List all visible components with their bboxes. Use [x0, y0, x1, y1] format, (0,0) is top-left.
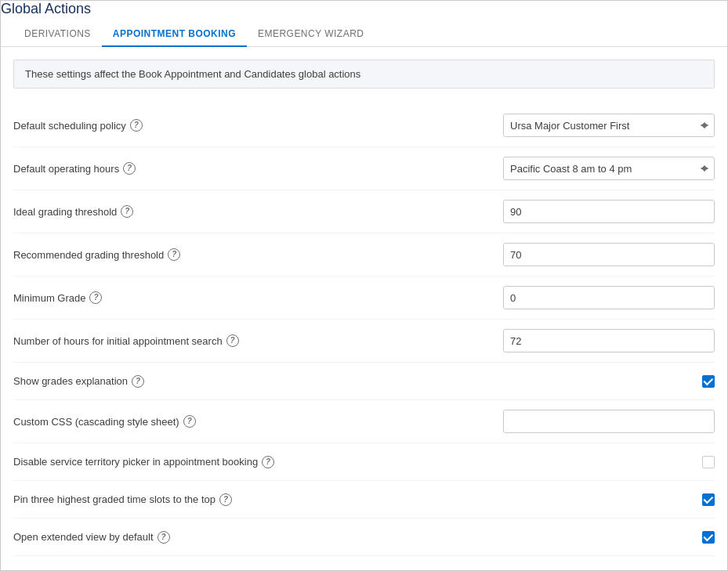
row-hours-initial-search: Number of hours for initial appointment … — [13, 320, 715, 363]
row-show-grades-explanation: Show grades explanation ? — [13, 363, 715, 400]
control-recommended-grading-threshold — [364, 243, 715, 266]
input-minimum-grade[interactable] — [503, 286, 715, 309]
label-minimum-grade: Minimum Grade ? — [13, 291, 364, 304]
checkbox-wrapper-show-grades — [702, 375, 715, 388]
row-default-operating-hours: Default operating hours ? Pacific Coast … — [13, 147, 715, 190]
help-icon-pin-time-slots[interactable]: ? — [219, 493, 232, 506]
help-icon-ideal-grading[interactable]: ? — [121, 205, 133, 218]
label-recommended-grading-threshold: Recommended grading threshold ? — [13, 248, 364, 261]
input-custom-css[interactable] — [503, 410, 715, 433]
checkbox-show-grades-explanation[interactable] — [702, 375, 715, 388]
row-minimum-grade: Minimum Grade ? — [13, 276, 715, 320]
checkbox-wrapper-pin-time-slots — [702, 493, 715, 506]
page-header: Global Actions — [1, 1, 727, 17]
control-default-scheduling-policy: Ursa Major Customer First — [364, 114, 715, 137]
row-default-scheduling-policy: Default scheduling policy ? Ursa Major C… — [13, 104, 715, 147]
tab-appointment-booking[interactable]: APPOINTMENT BOOKING — [102, 20, 247, 47]
help-icon-custom-css[interactable]: ? — [183, 415, 196, 428]
content-area: These settings affect the Book Appointme… — [1, 47, 727, 569]
checkbox-disable-service-territory[interactable] — [702, 456, 715, 468]
help-icon-hours-initial-search[interactable]: ? — [226, 334, 239, 347]
label-default-operating-hours: Default operating hours ? — [13, 162, 364, 175]
checkbox-pin-time-slots[interactable] — [702, 493, 715, 506]
help-icon-recommended-grading[interactable]: ? — [168, 248, 180, 261]
help-icon-open-extended-view[interactable]: ? — [158, 531, 170, 544]
control-disable-service-territory — [364, 456, 715, 468]
control-ideal-grading-threshold — [364, 200, 715, 223]
control-default-operating-hours: Pacific Coast 8 am to 4 pm — [364, 157, 715, 180]
label-pin-time-slots: Pin three highest graded time slots to t… — [13, 493, 364, 506]
control-show-grades-explanation — [364, 375, 715, 388]
label-ideal-grading-threshold: Ideal grading threshold ? — [13, 205, 364, 218]
select-scheduling-policy[interactable]: Ursa Major Customer First — [503, 114, 715, 137]
input-hours-initial-search[interactable] — [503, 329, 715, 352]
help-icon-minimum-grade[interactable]: ? — [89, 291, 102, 304]
label-open-extended-view: Open extended view by default ? — [13, 531, 364, 544]
control-open-extended-view — [364, 531, 715, 544]
help-icon-show-grades[interactable]: ? — [132, 375, 144, 388]
row-open-extended-view: Open extended view by default ? — [13, 519, 715, 556]
label-disable-service-territory: Disable service territory picker in appo… — [13, 456, 364, 468]
label-custom-css: Custom CSS (cascading style sheet) ? — [13, 415, 364, 428]
label-default-scheduling-policy: Default scheduling policy ? — [13, 119, 364, 132]
checkbox-open-extended-view[interactable] — [702, 531, 715, 544]
help-icon-scheduling-policy[interactable]: ? — [130, 119, 143, 132]
control-pin-time-slots — [364, 493, 715, 506]
tab-derivations[interactable]: DERIVATIONS — [13, 20, 102, 47]
row-recommended-grading-threshold: Recommended grading threshold ? — [13, 233, 715, 276]
row-custom-css: Custom CSS (cascading style sheet) ? — [13, 400, 715, 443]
input-ideal-grading-threshold[interactable] — [503, 200, 715, 223]
control-minimum-grade — [364, 286, 715, 309]
label-show-grades-explanation: Show grades explanation ? — [13, 375, 364, 388]
control-custom-css — [364, 410, 715, 433]
help-icon-disable-service-territory[interactable]: ? — [262, 456, 274, 468]
tabs-bar: DERIVATIONS APPOINTMENT BOOKING EMERGENC… — [1, 20, 727, 47]
input-recommended-grading-threshold[interactable] — [503, 243, 715, 266]
label-hours-initial-search: Number of hours for initial appointment … — [13, 334, 364, 347]
row-ideal-grading-threshold: Ideal grading threshold ? — [13, 190, 715, 233]
help-icon-operating-hours[interactable]: ? — [123, 162, 136, 175]
select-operating-hours[interactable]: Pacific Coast 8 am to 4 pm — [503, 157, 715, 180]
checkbox-wrapper-open-extended-view — [702, 531, 715, 544]
control-hours-initial-search — [364, 329, 715, 352]
tab-emergency-wizard[interactable]: EMERGENCY WIZARD — [247, 20, 375, 47]
checkbox-wrapper-disable-service-territory — [702, 456, 715, 468]
row-pin-time-slots: Pin three highest graded time slots to t… — [13, 481, 715, 519]
page-title: Global Actions — [1, 1, 727, 17]
row-disable-service-territory: Disable service territory picker in appo… — [13, 443, 715, 481]
info-banner: These settings affect the Book Appointme… — [13, 60, 715, 89]
